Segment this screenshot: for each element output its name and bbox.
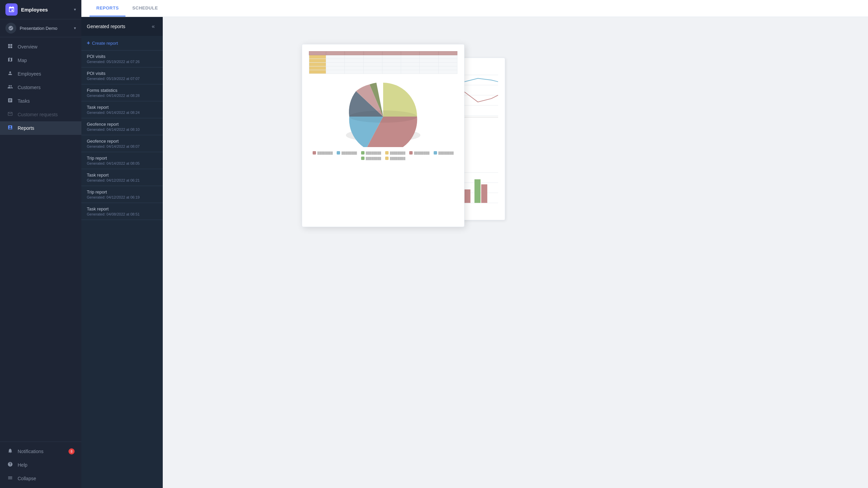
workspace-chevron-icon: ▾ [74,26,76,30]
sidebar-item-customers[interactable]: Customers [0,81,81,94]
tab-bar: REPORTS SCHEDULE [81,0,868,17]
report-item-date: Generated: 04/14/2022 at 08:24 [87,110,157,115]
reports-list: POI visits Generated: 05/19/2022 at 07:2… [81,50,163,488]
report-item-date: Generated: 04/14/2022 at 08:05 [87,161,157,165]
report-list-item[interactable]: Task report Generated: 04/14/2022 at 08:… [81,101,163,118]
legend-item-1: ████████ [313,151,333,155]
person-icon [7,70,14,77]
legend-item-4: ████████ [385,151,405,155]
svg-rect-22 [474,179,480,203]
report-item-name: POI visits [87,54,157,59]
svg-point-28 [349,110,417,123]
sidebar-item-notifications-label: Notifications [18,449,43,454]
chart-card-main: ████████ ████████ ████████ ████████ [302,44,465,227]
legend-item-2: ████████ [337,151,357,155]
workspace-item[interactable]: Presentation Demo ▾ [0,19,81,37]
content-area: Generated reports « + Create report POI … [81,17,868,488]
legend-item-5: ████████ [409,151,429,155]
reports-panel-header: Generated reports « [81,17,163,36]
reports-icon [7,125,14,131]
report-item-date: Generated: 04/14/2022 at 08:28 [87,94,157,98]
sidebar-item-notifications[interactable]: Notifications 8 [0,445,81,458]
sidebar-item-overview[interactable]: Overview [0,40,81,54]
reports-panel-title: Generated reports [87,24,125,29]
tab-schedule[interactable]: SCHEDULE [125,0,165,17]
sidebar-item-reports-label: Reports [18,125,34,131]
sidebar-item-collapse-label: Collapse [18,476,36,481]
report-item-date: Generated: 05/19/2022 at 07:07 [87,77,157,81]
report-list-item[interactable]: Geofence report Generated: 04/14/2022 at… [81,135,163,152]
svg-rect-23 [481,184,487,203]
svg-rect-21 [465,189,471,203]
report-item-name: Geofence report [87,122,157,127]
notification-badge: 8 [68,448,75,454]
charts-area: ████████ ████████ ████████ ████████ [163,17,868,488]
sidebar-item-reports[interactable]: Reports [0,121,81,135]
report-item-date: Generated: 05/19/2022 at 07:26 [87,60,157,64]
report-list-item[interactable]: Trip report Generated: 04/12/2022 at 06:… [81,186,163,203]
sidebar-item-customers-label: Customers [18,85,41,90]
sidebar-nav: Overview Map Employees Customers Tasks [0,37,81,442]
sidebar-bottom: Notifications 8 Help Collapse [0,442,81,488]
report-list-item[interactable]: POI visits Generated: 05/19/2022 at 07:2… [81,50,163,67]
report-item-name: Geofence report [87,139,157,144]
report-list-item[interactable]: Trip report Generated: 04/14/2022 at 08:… [81,152,163,169]
report-item-name: Task report [87,105,157,110]
reports-panel-collapse-btn[interactable]: « [149,22,157,30]
sidebar-item-customer-requests-label: Customer requests [18,112,58,117]
report-item-date: Generated: 04/12/2022 at 06:21 [87,178,157,182]
create-report-button[interactable]: + Create report [81,36,163,50]
help-icon [7,462,14,468]
report-list-item[interactable]: Forms statistics Generated: 04/14/2022 a… [81,84,163,101]
report-item-date: Generated: 04/14/2022 at 08:10 [87,127,157,131]
report-list-item[interactable]: Geofence report Generated: 04/14/2022 at… [81,118,163,135]
app-logo [5,3,18,16]
sidebar-item-help[interactable]: Help [0,458,81,472]
report-item-date: Generated: 04/12/2022 at 06:19 [87,195,157,199]
workspace-icon [5,23,16,34]
report-item-name: Trip report [87,156,157,161]
report-list-item[interactable]: Task report Generated: 04/08/2022 at 08:… [81,203,163,220]
plus-icon: + [87,40,90,46]
create-report-label: Create report [92,41,118,46]
sidebar-item-employees[interactable]: Employees [0,67,81,81]
sidebar: Employees ▾ Presentation Demo ▾ Overview… [0,0,81,488]
grid-icon [7,43,14,50]
sidebar-item-map[interactable]: Map [0,54,81,67]
pie-chart-container [309,79,457,147]
chart-legend: ████████ ████████ ████████ ████████ [309,151,457,160]
reports-panel: Generated reports « + Create report POI … [81,17,163,488]
report-item-name: Task report [87,172,157,178]
data-table [309,51,457,74]
legend-item-6: ████████ [434,151,454,155]
customer-requests-icon [7,111,14,118]
sidebar-item-employees-label: Employees [18,71,41,77]
report-list-item[interactable]: Task report Generated: 04/12/2022 at 06:… [81,169,163,186]
sidebar-title: Employees [21,7,71,13]
legend-item-8: ████████ [385,157,405,160]
report-list-item[interactable]: POI visits Generated: 05/19/2022 at 07:0… [81,67,163,84]
workspace-name: Presentation Demo [20,26,71,31]
report-item-name: Task report [87,206,157,211]
chevron-down-icon: ▾ [74,7,76,12]
map-icon [7,57,14,64]
bell-icon [7,448,14,455]
tasks-icon [7,98,14,104]
sidebar-item-customer-requests[interactable]: Customer requests [0,108,81,121]
main-content: REPORTS SCHEDULE Generated reports « + C… [81,0,868,488]
report-item-name: Trip report [87,189,157,195]
report-item-date: Generated: 04/14/2022 at 08:07 [87,144,157,148]
report-item-name: POI visits [87,71,157,76]
collapse-icon [7,475,14,482]
sidebar-header[interactable]: Employees ▾ [0,0,81,19]
people-icon [7,84,14,91]
report-item-name: Forms statistics [87,88,157,93]
sidebar-item-help-label: Help [18,462,27,468]
report-item-date: Generated: 04/08/2022 at 08:51 [87,212,157,216]
legend-item-3: ████████ [361,151,381,155]
legend-item-7: ████████ [361,157,381,160]
sidebar-item-overview-label: Overview [18,44,37,49]
tab-reports[interactable]: REPORTS [90,0,125,17]
sidebar-item-collapse[interactable]: Collapse [0,472,81,485]
sidebar-item-tasks[interactable]: Tasks [0,94,81,108]
